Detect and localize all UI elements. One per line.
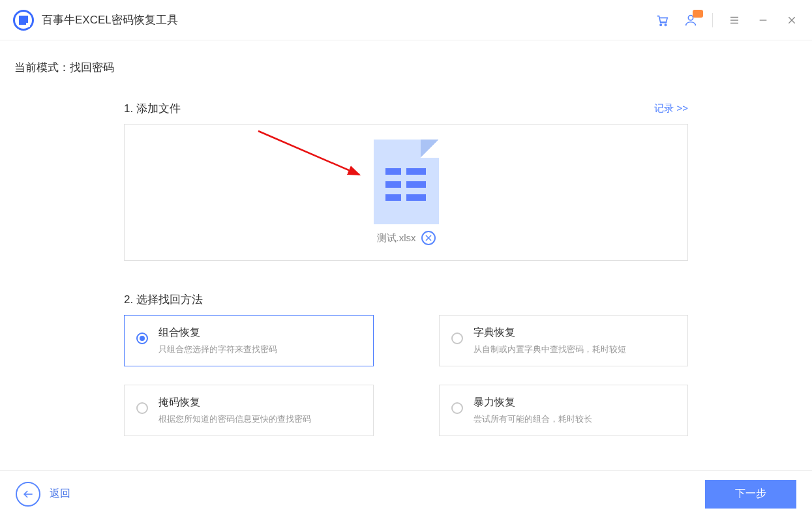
- titlebar: 百事牛EXCEL密码恢复工具: [0, 0, 812, 40]
- back-label: 返回: [50, 487, 70, 501]
- method-desc: 只组合您选择的字符来查找密码: [158, 344, 361, 355]
- method-option-mask[interactable]: 掩码恢复 根据您所知道的密码信息更快的查找密码: [124, 385, 374, 436]
- svg-point-0: [660, 24, 661, 25]
- section1-header: 1. 添加文件 记录 >>: [124, 101, 688, 116]
- file-drop-area[interactable]: 测试.xlsx: [124, 124, 688, 261]
- mode-value: 找回密码: [70, 61, 114, 74]
- radio-icon: [136, 402, 148, 414]
- vip-badge-icon: [693, 10, 703, 18]
- app-logo: [13, 10, 34, 31]
- mode-label: 当前模式：: [14, 61, 70, 74]
- records-link[interactable]: 记录 >>: [654, 102, 688, 115]
- close-icon[interactable]: [785, 13, 799, 27]
- radio-icon: [451, 332, 463, 344]
- back-arrow-icon: [16, 482, 40, 507]
- radio-icon: [136, 332, 148, 344]
- separator: [712, 13, 713, 27]
- logo-icon: [19, 16, 28, 25]
- svg-point-1: [665, 24, 666, 25]
- method-title: 掩码恢复: [158, 396, 361, 409]
- remove-file-button[interactable]: [421, 231, 436, 245]
- section1-title: 1. 添加文件: [124, 101, 181, 116]
- minimize-icon[interactable]: [756, 13, 770, 27]
- method-desc: 从自制或内置字典中查找密码，耗时较短: [474, 344, 676, 355]
- annotation-arrow-icon: [255, 128, 385, 193]
- method-title: 字典恢复: [474, 326, 676, 340]
- section2: 2. 选择找回方法 组合恢复 只组合您选择的字符来查找密码 字典恢复 从自制或内…: [124, 292, 688, 436]
- method-grid: 组合恢复 只组合您选择的字符来查找密码 字典恢复 从自制或内置字典中查找密码，耗…: [124, 315, 688, 436]
- section2-title: 2. 选择找回方法: [124, 292, 688, 307]
- current-mode: 当前模式：找回密码: [0, 40, 812, 81]
- method-title: 组合恢复: [158, 326, 361, 340]
- method-option-combination[interactable]: 组合恢复 只组合您选择的字符来查找密码: [124, 315, 374, 366]
- back-button[interactable]: 返回: [16, 482, 70, 507]
- app-title: 百事牛EXCEL密码恢复工具: [42, 12, 178, 27]
- method-desc: 尝试所有可能的组合，耗时较长: [474, 413, 676, 425]
- file-name: 测试.xlsx: [377, 232, 416, 244]
- method-option-dictionary[interactable]: 字典恢复 从自制或内置字典中查找密码，耗时较短: [439, 315, 689, 366]
- user-icon[interactable]: [684, 13, 698, 27]
- radio-icon: [451, 402, 463, 414]
- method-desc: 根据您所知道的密码信息更快的查找密码: [158, 413, 361, 425]
- menu-icon[interactable]: [727, 13, 742, 27]
- cart-icon[interactable]: [655, 13, 669, 27]
- main-content: 1. 添加文件 记录 >> 测试.xlsx: [0, 81, 812, 436]
- file-name-row: 测试.xlsx: [377, 231, 436, 245]
- file-icon: [374, 140, 439, 224]
- next-button[interactable]: 下一步: [705, 480, 796, 509]
- next-label: 下一步: [735, 487, 766, 501]
- footer: 返回 下一步: [0, 470, 812, 517]
- method-title: 暴力恢复: [474, 396, 676, 409]
- titlebar-actions: [655, 13, 799, 27]
- svg-line-9: [258, 131, 359, 175]
- method-option-bruteforce[interactable]: 暴力恢复 尝试所有可能的组合，耗时较长: [439, 385, 689, 436]
